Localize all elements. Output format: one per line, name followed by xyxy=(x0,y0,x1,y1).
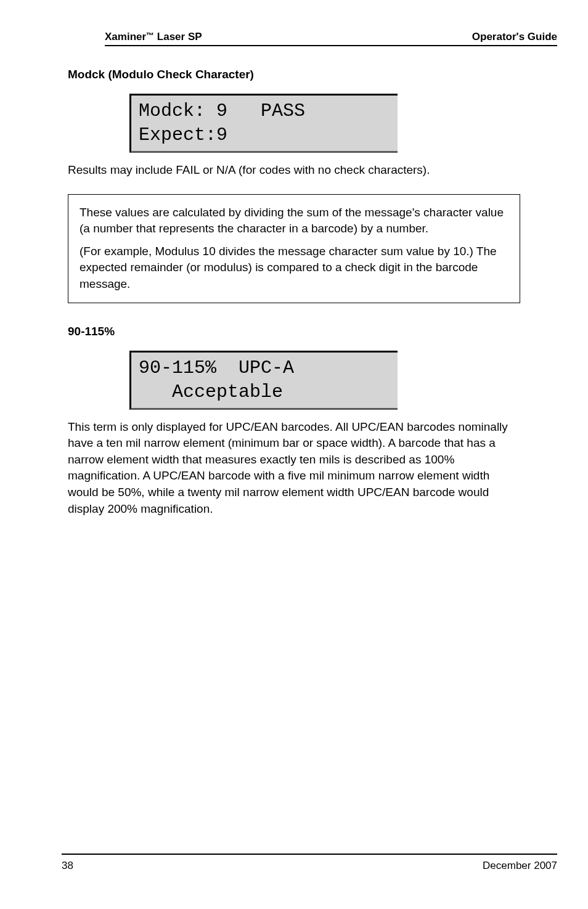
header-product-name: Xaminer xyxy=(105,31,146,43)
footer-date: December 2007 xyxy=(483,860,557,872)
header-product-model: Laser SP xyxy=(154,31,202,43)
header-doc-type-suffix: 's Guide xyxy=(517,31,557,43)
section-title-magnification: 90-115% xyxy=(68,325,526,338)
header-right: Operator's Guide xyxy=(472,31,557,43)
page-header: Xaminer™ Laser SP Operator's Guide xyxy=(105,31,557,46)
lcd-display-modck: Modck: 9 PASS Expect:9 xyxy=(129,94,398,153)
trademark-symbol: ™ xyxy=(146,31,154,40)
paragraph-modck-calc: These values are calculated by dividing … xyxy=(80,205,508,237)
paragraph-magnification: This term is only displayed for UPC/EAN … xyxy=(68,419,520,518)
paragraph-modck-results: Results may include FAIL or N/A (for cod… xyxy=(68,162,520,179)
header-left: Xaminer™ Laser SP xyxy=(105,31,202,43)
info-box-modck: These values are calculated by dividing … xyxy=(68,194,520,303)
page-footer: 38 December 2007 xyxy=(62,854,557,872)
section-title-modck: Modck (Modulo Check Character) xyxy=(68,68,526,81)
header-doc-type-prefix: Operator xyxy=(472,31,517,43)
page-number: 38 xyxy=(62,860,73,872)
lcd-display-magnification: 90-115% UPC-A Acceptable xyxy=(129,351,398,410)
paragraph-modck-example: (For example, Modulus 10 divides the mes… xyxy=(80,243,508,293)
